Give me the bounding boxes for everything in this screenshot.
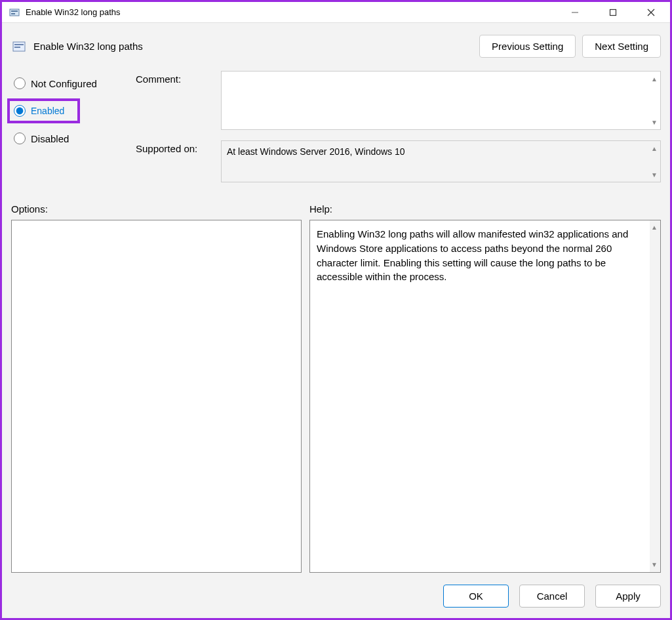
supported-scroll-up-icon[interactable]: ▲	[650, 144, 659, 153]
policy-title: Enable Win32 long paths	[33, 41, 143, 52]
radio-disabled-input[interactable]	[14, 133, 26, 144]
titlebar: Enable Win32 long paths	[2, 2, 670, 23]
options-pane	[11, 220, 302, 573]
svg-rect-8	[14, 44, 24, 45]
apply-button[interactable]: Apply	[595, 585, 661, 608]
radio-not-configured-input[interactable]	[14, 77, 26, 89]
settings-area: Not Configured Enabled Disabled Comment:…	[2, 64, 670, 193]
help-text: Enabling Win32 long paths will allow man…	[317, 228, 628, 282]
radio-enabled-input[interactable]	[14, 105, 26, 117]
help-scrollbar[interactable]: ▲ ▼	[650, 220, 660, 572]
help-label: Help:	[309, 203, 661, 215]
radio-enabled[interactable]: Enabled	[7, 98, 80, 123]
comment-scroll-down-icon[interactable]: ▼	[650, 117, 659, 127]
panes: Enabling Win32 long paths will allow man…	[2, 220, 670, 573]
footer: OK Cancel Apply	[2, 573, 670, 618]
svg-rect-4	[610, 9, 616, 15]
policy-icon	[11, 39, 27, 54]
supported-scroll-down-icon[interactable]: ▼	[650, 170, 659, 179]
supported-label: Supported on:	[136, 140, 221, 154]
previous-setting-button[interactable]: Previous Setting	[479, 35, 576, 58]
radio-enabled-label: Enabled	[31, 106, 64, 116]
supported-on-box: At least Windows Server 2016, Windows 10…	[221, 140, 661, 182]
state-radio-group: Not Configured Enabled Disabled	[11, 71, 136, 193]
window-controls	[556, 2, 670, 22]
policy-header: Enable Win32 long paths Previous Setting…	[2, 23, 670, 64]
svg-rect-1	[11, 10, 18, 12]
pane-labels: Options: Help:	[2, 193, 670, 220]
ok-button[interactable]: OK	[443, 585, 509, 608]
help-pane: Enabling Win32 long paths will allow man…	[309, 220, 661, 573]
radio-disabled-label: Disabled	[31, 133, 69, 144]
close-button[interactable]	[632, 2, 670, 22]
dialog-window: Enable Win32 long paths Enable Win32 lon…	[0, 0, 672, 620]
maximize-button[interactable]	[594, 2, 632, 22]
minimize-button[interactable]	[556, 2, 594, 22]
svg-rect-9	[14, 47, 20, 48]
help-scroll-down-icon[interactable]: ▼	[651, 560, 658, 570]
options-label: Options:	[11, 203, 309, 215]
help-scroll-up-icon[interactable]: ▲	[651, 223, 658, 233]
radio-not-configured-label: Not Configured	[31, 78, 97, 89]
comment-scroll-up-icon[interactable]: ▲	[650, 74, 659, 83]
next-setting-button[interactable]: Next Setting	[582, 35, 661, 58]
comment-label: Comment:	[136, 71, 221, 85]
supported-on-value: At least Windows Server 2016, Windows 10	[227, 146, 405, 157]
radio-disabled[interactable]: Disabled	[11, 126, 136, 151]
svg-rect-0	[10, 9, 19, 16]
fields-column: Comment: ▲ ▼ Supported on: At least Wind…	[136, 71, 661, 193]
window-title: Enable Win32 long paths	[26, 7, 121, 17]
svg-rect-2	[11, 13, 15, 14]
radio-not-configured[interactable]: Not Configured	[11, 71, 136, 96]
policy-title-icon	[9, 7, 20, 18]
cancel-button[interactable]: Cancel	[519, 585, 585, 608]
comment-input[interactable]: ▲ ▼	[221, 71, 661, 130]
